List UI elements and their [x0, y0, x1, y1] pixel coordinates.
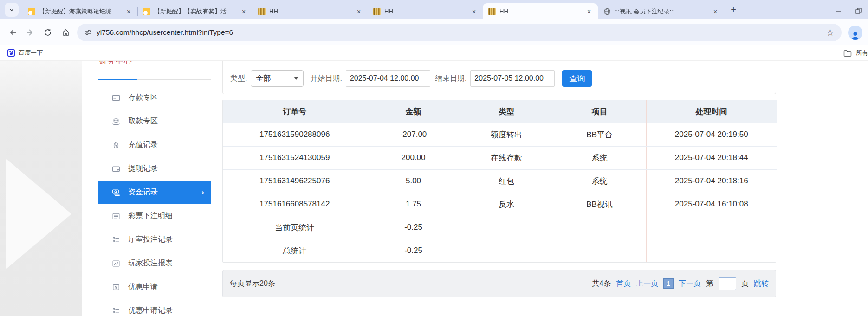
table-header-row: 订单号金额类型项目处理时间 — [223, 100, 777, 123]
current-page-indicator[interactable]: 1 — [663, 278, 674, 289]
sidebar-item-chart[interactable]: 玩家投注报表› — [98, 252, 211, 275]
all-bookmarks-button[interactable]: 所有 — [834, 45, 868, 60]
browser-tab[interactable]: 【新提醒】海燕策略论坛综× — [22, 3, 137, 19]
jump-suffix-label: 页 — [741, 279, 749, 289]
column-header: 订单号 — [223, 100, 367, 123]
sidebar-item-funds-active[interactable]: 资金记录› — [98, 181, 211, 204]
sidebar: 财务中心 存款专区›取款专区›充值记录›提现记录›资金记录›彩票下注明细›厅室投… — [98, 61, 211, 316]
restore-button[interactable] — [855, 8, 862, 14]
column-header: 金额 — [367, 100, 460, 123]
url-text[interactable]: yl756.com/hhcp/usercenter.html?iniType=6 — [97, 28, 233, 37]
minimize-button[interactable] — [836, 8, 842, 14]
table-cell: 2025-07-04 16:10:08 — [646, 193, 777, 216]
yellow-app-favicon-icon — [143, 8, 150, 15]
tab-close-icon[interactable]: × — [124, 7, 133, 16]
window-controls — [836, 8, 868, 19]
table-cell — [460, 216, 553, 239]
globe-favicon-icon — [603, 8, 611, 15]
back-icon — [8, 28, 17, 37]
browser-tab[interactable]: 【新提醒】【实战有奖】活× — [137, 3, 253, 19]
chevron-right-icon: › — [201, 188, 204, 197]
browser-tab[interactable]: :::视讯 会员下注纪录:::× — [598, 3, 724, 19]
column-header: 处理时间 — [646, 100, 777, 123]
table-cell: -0.25 — [367, 216, 460, 239]
table-cell: BB平台 — [553, 123, 646, 146]
sidebar-item-coupon[interactable]: 优惠申请› — [98, 275, 211, 299]
table-cell: 2025-07-04 20:19:50 — [646, 123, 777, 146]
new-tab-button[interactable]: + — [727, 3, 740, 16]
prev-page-link[interactable]: 上一页 — [636, 279, 658, 289]
table-cell: 在线存款 — [460, 146, 553, 169]
per-page-label: 每页显示20条 — [230, 279, 275, 289]
tab-close-icon[interactable]: × — [470, 7, 478, 16]
sidebar-item-deposit-card[interactable]: 存款专区› — [98, 86, 211, 110]
sidebar-item-list[interactable]: 彩票下注明细› — [98, 204, 211, 228]
browser-tab[interactable]: HH× — [253, 3, 368, 19]
sidebar-item-list-check[interactable]: 优惠申请记录› — [98, 299, 211, 316]
browser-tab[interactable]: HH× — [368, 3, 483, 19]
table-row: 17516314962250765.00红包系统2025-07-04 20:18… — [223, 169, 777, 193]
page-background-decoration — [0, 61, 82, 316]
start-date-label: 开始日期: — [310, 74, 342, 84]
funds-icon — [112, 188, 120, 197]
tab-close-icon[interactable]: × — [240, 7, 248, 16]
sidebar-item-wallet[interactable]: 提现记录› — [98, 157, 211, 181]
list-icon — [112, 212, 120, 220]
table-cell: 当前页统计 — [223, 216, 367, 239]
table-cell — [646, 239, 777, 262]
sidebar-title: 财务中心 — [99, 61, 132, 66]
forward-button[interactable] — [21, 24, 39, 41]
next-page-link[interactable]: 下一页 — [679, 279, 701, 289]
sidebar-item-list-check[interactable]: 厅室投注记录› — [98, 228, 211, 252]
site-settings-icon[interactable] — [84, 29, 92, 36]
money-bag-icon — [112, 141, 120, 149]
tab-close-icon[interactable]: × — [711, 7, 719, 16]
tab-title: HH — [269, 8, 351, 15]
all-bookmarks-label: 所有 — [856, 49, 868, 57]
sidebar-item-money-bag[interactable]: 充值记录› — [98, 133, 211, 157]
tab-search-button[interactable] — [5, 3, 19, 17]
chart-icon — [112, 259, 120, 268]
tab-title: :::视讯 会员下注纪录::: — [615, 7, 707, 16]
end-date-input[interactable] — [470, 70, 555, 87]
table-cell: BB视讯 — [553, 193, 646, 216]
sidebar-header: 财务中心 — [98, 61, 211, 80]
start-date-input[interactable] — [346, 70, 430, 87]
back-button[interactable] — [4, 24, 21, 41]
profile-avatar[interactable] — [848, 26, 862, 40]
main-panel: 类型: 全部 开始日期: 结束日期: 查询 订单号金额类型项目处理时间 1751… — [222, 61, 776, 297]
reload-button[interactable] — [39, 24, 57, 41]
list-check-icon — [112, 307, 120, 315]
column-header: 类型 — [460, 100, 553, 123]
gold-hh-favicon-icon — [373, 8, 381, 15]
pagination-bar: 每页显示20条 共4条 首页 上一页 1 下一页 第 页 跳转 — [222, 270, 776, 297]
table-cell — [646, 216, 777, 239]
pagination-controls: 共4条 首页 上一页 1 下一页 第 页 跳转 — [592, 277, 769, 290]
tab-close-icon[interactable]: × — [355, 7, 363, 16]
table-row: 1751631524130059200.00在线存款系统2025-07-04 2… — [223, 146, 777, 169]
first-page-link[interactable]: 首页 — [616, 279, 631, 289]
forward-icon — [26, 28, 34, 37]
bookmark-baidu[interactable]: 百度一下 — [7, 49, 43, 57]
minimize-icon — [836, 8, 842, 14]
table-cell: -207.00 — [367, 123, 460, 146]
filter-panel: 类型: 全部 开始日期: 结束日期: 查询 — [222, 61, 776, 94]
address-bar[interactable]: yl756.com/hhcp/usercenter.html?iniType=6… — [77, 24, 842, 41]
sidebar-item-withdraw-hand[interactable]: 取款专区› — [98, 110, 211, 133]
type-select[interactable]: 全部 — [251, 70, 304, 87]
query-button[interactable]: 查询 — [562, 70, 592, 87]
tab-title: 【新提醒】【实战有奖】活 — [154, 7, 236, 16]
table-cell: -0.25 — [367, 239, 460, 262]
tab-close-icon[interactable]: × — [585, 7, 593, 16]
select-caret-icon — [294, 77, 298, 80]
sidebar-item-label: 玩家投注报表 — [128, 258, 173, 268]
table-cell — [553, 216, 646, 239]
withdraw-hand-icon — [112, 117, 120, 126]
browser-tab[interactable]: HH× — [483, 3, 598, 19]
page-jump-input[interactable] — [719, 277, 736, 290]
tab-list: 【新提醒】海燕策略论坛综×【新提醒】【实战有奖】活×HH×HH×HH×:::视讯… — [22, 0, 724, 19]
bookmark-star-icon[interactable]: ☆ — [826, 27, 834, 38]
jump-link[interactable]: 跳转 — [754, 279, 769, 289]
home-button[interactable] — [57, 24, 74, 41]
table-cell: 1751631496225076 — [223, 169, 367, 193]
